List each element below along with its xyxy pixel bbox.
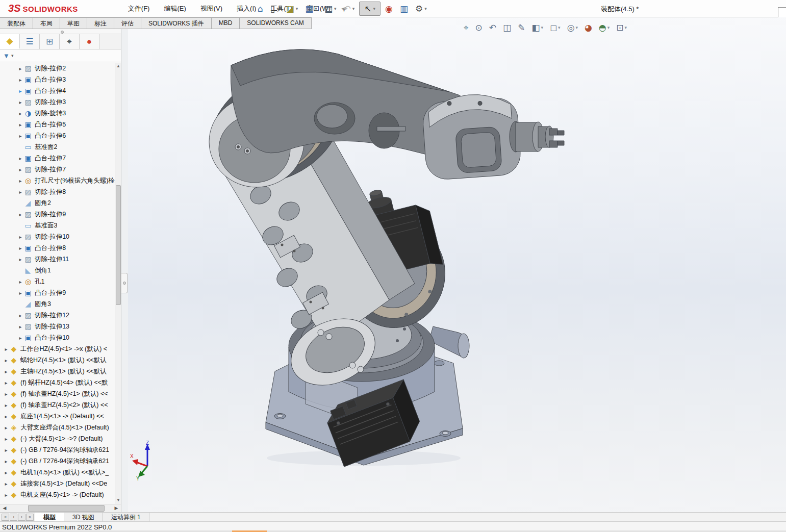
dropdown-caret[interactable]: ▾	[541, 25, 543, 30]
weldment-component-row-or-icon-host[interactable]: ▸ ◈ 大臂支座焊合(4.5)<1> (Default)	[0, 422, 115, 433]
boss-extrude-row-or-icon-host[interactable]: ▸ ▣ 凸台-拉伸7	[0, 153, 115, 164]
tree-vertical-scrollbar[interactable]: ▲ ▼	[115, 63, 121, 504]
expand-arrow[interactable]: ▸	[3, 380, 9, 386]
properties-list[interactable]: ▥ ▾	[397, 2, 411, 15]
robot-arm-model[interactable]	[128, 17, 786, 512]
document-tab[interactable]: 模型	[35, 513, 64, 521]
cut-extrude-row-or-icon-host[interactable]: ▸ ▨ 切除-拉伸3	[0, 96, 115, 108]
component-row-or-icon-host[interactable]: ▸ ◆ (f) 蜗杆HZ(4.5)<4> (默认) <<默	[0, 377, 115, 388]
component-row-or-icon-host[interactable]: ▸ ◆ (f) 轴承盖HZ(4.5)<2> (默认) <<	[0, 399, 115, 411]
scroll-down-icon[interactable]: ▼	[115, 497, 121, 504]
expand-arrow[interactable]: ▸	[3, 391, 9, 397]
home[interactable]: ⌂ ▾	[255, 2, 266, 15]
hole-wizard-row-or-icon-host[interactable]: ▸ ◎ 孔1	[0, 276, 115, 287]
hole-wizard-row-or-icon-host[interactable]: ▸ ◎ 打孔尺寸(%根据六角头螺)栓	[0, 175, 115, 186]
boss-extrude-row-or-icon-host[interactable]: ▸ ▣ 凸台-拉伸9	[0, 287, 115, 298]
expand-arrow[interactable]: ▸	[17, 290, 23, 296]
expand-arrow[interactable]: ▸	[17, 279, 23, 285]
scroll-right-icon[interactable]: ▶	[113, 504, 120, 512]
component-row-or-icon-host[interactable]: ▸ ◆ 电机1(4.5)<1> (默认) <<默认>_	[0, 467, 115, 478]
zoom-fit[interactable]: ⌖ ▾	[462, 21, 470, 34]
dropdown-caret[interactable]: ▾	[424, 6, 427, 11]
expand-arrow[interactable]: ▸	[3, 492, 9, 498]
cut-extrude-row-or-icon-host[interactable]: ▸ ▨ 切除-拉伸13	[0, 321, 115, 332]
graphics-viewport[interactable]: ⌖ ▾ ⊙ ▾ ↶ ▾ ◫ ▾ ✎ ▾ ◧ ▾ ◻	[128, 17, 786, 512]
expand-arrow[interactable]: ▸	[17, 257, 23, 262]
component-row-or-icon-host[interactable]: ▸ ◆ 底座1(4.5)<1> -> (Default) <<	[0, 411, 115, 422]
component-row-or-icon-host[interactable]: ▸ ◆ 电机支座(4.5)<1> -> (Default)	[0, 489, 115, 500]
settings-gear[interactable]: ⚙ ▾	[413, 2, 429, 15]
cut-extrude-row-or-icon-host[interactable]: ▸ ▨ 切除-拉伸9	[0, 209, 115, 220]
cut-extrude-row-or-icon-host[interactable]: ▸ ▨ 切除-拉伸10	[0, 231, 115, 242]
expand-arrow[interactable]: ▸	[17, 122, 23, 128]
boss-extrude-row-or-icon-host[interactable]: ▸ ▣ 凸台-拉伸6	[0, 130, 115, 141]
dimxpertmanager-tab[interactable]: ⌖	[60, 34, 80, 49]
view-settings[interactable]: ⊡ ▾	[615, 21, 628, 34]
document-tab[interactable]: 3D 视图	[64, 513, 103, 521]
fillet-row-or-icon-host[interactable]: ▸ ◢ 圆角3	[0, 298, 115, 310]
propertymanager-tab[interactable]: ☰	[20, 34, 40, 49]
revolve-cut-row-or-icon-host[interactable]: ▸ ◑ 切除-旋转3	[0, 108, 115, 119]
apply-scene[interactable]: ◓ ▾	[597, 21, 611, 34]
panel-splitter[interactable]	[0, 29, 121, 34]
view-orientation[interactable]: ◧ ▾	[530, 21, 545, 34]
save[interactable]: ▦ ▾	[302, 2, 320, 15]
commandmanager-tab[interactable]: 草图	[60, 17, 87, 29]
expand-arrow[interactable]: ▸	[17, 77, 23, 83]
new-document[interactable]: ▯ ▾	[268, 2, 282, 15]
expand-arrow[interactable]: ▸	[3, 425, 9, 430]
expand-arrow[interactable]: ▸	[3, 346, 9, 352]
display-style[interactable]: ◻ ▾	[548, 21, 562, 34]
expand-arrow[interactable]: ▸	[3, 447, 9, 453]
hide-show-items[interactable]: ◎ ▾	[566, 21, 579, 34]
tab-nav-button[interactable]: «	[2, 514, 9, 521]
previous-view[interactable]: ↶ ▾	[488, 21, 498, 34]
section-view[interactable]: ◫ ▾	[501, 21, 513, 34]
dropdown-caret[interactable]: ▾	[558, 25, 561, 30]
boss-extrude-row-or-icon-host[interactable]: ▸ ▣ 凸台-拉伸10	[0, 332, 115, 343]
expand-arrow[interactable]: ▸	[17, 66, 23, 71]
cut-extrude-row-or-icon-host[interactable]: ▸ ▨ 切除-拉伸12	[0, 310, 115, 321]
expand-arrow[interactable]: ▸	[3, 358, 9, 363]
expand-arrow[interactable]: ▸	[3, 459, 9, 464]
commandmanager-tab[interactable]: 评估	[114, 17, 141, 29]
dropdown-caret[interactable]: ▾	[607, 25, 610, 30]
component-row-or-icon-host[interactable]: ▸ ◆ 连接套(4.5)<1> (Default) <<De	[0, 478, 115, 489]
menu-item[interactable]: 文件(F)	[121, 1, 157, 16]
component-row-or-icon-host[interactable]: ▸ ◆ (-) GB / T276-94深沟球轴承621	[0, 444, 115, 455]
displaymanager-tab[interactable]: ●	[80, 34, 99, 49]
dropdown-caret[interactable]: ▾	[276, 6, 279, 11]
dynamic-annotation-views[interactable]: ✎ ▾	[516, 21, 526, 34]
expand-arrow[interactable]: ▸	[3, 481, 9, 487]
plane-row-or-icon-host[interactable]: ▸ ▭ 基准面2	[0, 141, 115, 153]
plane-row-or-icon-host[interactable]: ▸ ▭ 基准面3	[0, 220, 115, 231]
boss-extrude-row-or-icon-host[interactable]: ▸ ▣ 凸台-拉伸8	[0, 242, 115, 254]
component-row-or-icon-host[interactable]: ▸ ◆ (-) 大臂(4.5)<1> ->? (Default)	[0, 433, 115, 444]
scroll-thumb[interactable]	[28, 505, 105, 512]
expand-arrow[interactable]: ▸	[17, 88, 23, 94]
featuremanager-tree-tab[interactable]: ◆	[0, 34, 20, 49]
open-folder[interactable]: ◪ ▾	[284, 2, 301, 15]
expand-arrow[interactable]: ▸	[17, 335, 23, 341]
expand-arrow[interactable]: ▸	[3, 436, 9, 442]
expand-arrow[interactable]: ▸	[17, 245, 23, 251]
commandmanager-tab[interactable]: SOLIDWORKS CAM	[240, 17, 311, 29]
tab-nav-button[interactable]: ›	[18, 514, 26, 521]
scroll-left-icon[interactable]: ◀	[1, 504, 8, 512]
tab-nav-button[interactable]: ‹	[10, 514, 17, 521]
filter-caret-icon[interactable]: ▾	[11, 53, 14, 58]
expand-arrow[interactable]: ▸	[17, 156, 23, 161]
cut-extrude-row-or-icon-host[interactable]: ▸ ▨ 切除-拉伸7	[0, 164, 115, 175]
expand-arrow[interactable]: ▸	[3, 402, 9, 408]
expand-arrow[interactable]: ▸	[17, 167, 23, 172]
fillet-row-or-icon-host[interactable]: ▸ ◢ 圆角2	[0, 197, 115, 209]
edit-appearance[interactable]: ◕ ▾	[583, 21, 594, 34]
component-row-or-icon-host[interactable]: ▸ ◆ (f) 轴承盖HZ(4.5)<1> (默认) <<	[0, 388, 115, 399]
commandmanager-tab[interactable]: 布局	[33, 17, 60, 29]
component-row-or-icon-host[interactable]: ▸ ◆ 蜗轮HZ(4.5)<1> (默认) <<默认	[0, 354, 115, 366]
component-row-or-icon-host[interactable]: ▸ ◆ 工作台HZ(4.5)<1> ->x (默认) <	[0, 343, 115, 354]
cut-extrude-row-or-icon-host[interactable]: ▸ ▨ 切除-拉伸8	[0, 186, 115, 197]
component-row-or-icon-host[interactable]: ▸ ◆ 主轴HZ(4.5)<1> (默认) <<默认	[0, 366, 115, 377]
dropdown-caret[interactable]: ▾	[373, 6, 376, 11]
expand-arrow[interactable]: ▸	[17, 111, 23, 116]
